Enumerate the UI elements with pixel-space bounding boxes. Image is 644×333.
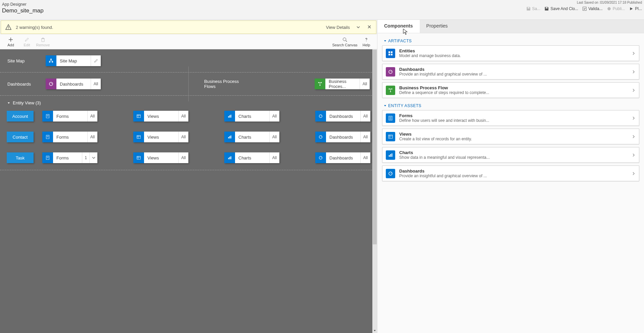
right-pane: Components Properties ARTIFACTS Entities…: [377, 20, 644, 333]
contact-charts-tile[interactable]: Charts All: [224, 132, 279, 142]
svg-rect-30: [229, 136, 230, 138]
bpf-count[interactable]: All: [360, 79, 370, 89]
svg-rect-46: [391, 54, 393, 55]
dashboards-bpf-section: Dashboards Dashboards All Business Proce…: [0, 73, 377, 96]
warning-text: 2 warning(s) found.: [16, 25, 322, 30]
component-bpf[interactable]: Business Process Flow Define a sequence …: [382, 82, 639, 98]
tab-properties[interactable]: Properties: [420, 20, 644, 33]
dashboards-count[interactable]: All: [91, 79, 101, 89]
validate-button[interactable]: Valida...: [582, 6, 602, 11]
svg-rect-7: [49, 61, 50, 62]
app-title: App Designer: [2, 2, 44, 7]
entity-chip-account[interactable]: Account: [7, 111, 34, 122]
bpf-icon: [315, 79, 325, 89]
caret-down-icon: [383, 104, 387, 107]
charts-icon: [386, 150, 395, 160]
sitemap-tile[interactable]: Site Map: [46, 55, 101, 66]
scrollbar-thumb[interactable]: [373, 50, 377, 244]
bpf-tile[interactable]: Business Proces... All: [315, 79, 370, 89]
svg-rect-8: [52, 61, 53, 62]
bpf-icon: [386, 86, 395, 95]
validate-icon: [582, 6, 587, 11]
dashboard-icon: [46, 79, 56, 89]
component-charts[interactable]: Charts Show data in a meaningful and vis…: [382, 147, 639, 163]
task-charts-tile[interactable]: Charts All: [224, 152, 279, 163]
charts-icon: [224, 111, 235, 122]
search-canvas-button[interactable]: Search Canvas: [331, 37, 358, 47]
task-forms-dropdown[interactable]: [89, 152, 97, 163]
chevron-right-icon: [632, 88, 636, 92]
account-charts-tile[interactable]: Charts All: [224, 111, 279, 122]
chevron-right-icon: [632, 116, 636, 120]
entity-row-account: Account Forms All Views All: [7, 111, 370, 122]
scrollbar-vertical[interactable]: [372, 49, 377, 333]
svg-rect-31: [231, 136, 231, 139]
views-icon: [133, 132, 144, 142]
account-views-tile[interactable]: Views All: [133, 111, 188, 122]
svg-rect-20: [229, 115, 230, 117]
tab-components[interactable]: Components: [377, 20, 420, 33]
svg-rect-39: [228, 158, 229, 159]
svg-rect-45: [388, 54, 390, 55]
views-icon: [386, 132, 395, 141]
entity-chip-task[interactable]: Task: [7, 152, 34, 163]
component-dashboards-asset[interactable]: Dashboards Provide an insightful and gra…: [382, 165, 639, 181]
search-icon: [342, 37, 348, 42]
view-details-link[interactable]: View Details: [326, 25, 350, 30]
pencil-icon: [24, 37, 30, 42]
svg-line-4: [346, 41, 347, 42]
account-forms-tile[interactable]: Forms All: [42, 111, 97, 122]
chevron-right-icon: [632, 51, 636, 55]
entity-chip-contact[interactable]: Contact: [7, 132, 34, 142]
group-artifacts[interactable]: ARTIFACTS: [382, 36, 639, 45]
bpf-label: Business Process Flows: [204, 79, 248, 89]
task-views-tile[interactable]: Views All: [133, 152, 188, 163]
dashboard-icon: [315, 152, 326, 163]
svg-point-3: [343, 38, 346, 41]
contact-dashboards-tile[interactable]: Dashboards All: [315, 132, 370, 142]
last-saved-label: Last Saved on :01/09/2021 17:18 Publishe…: [577, 1, 642, 4]
svg-rect-29: [228, 137, 229, 138]
app-name: Demo_site_map: [2, 7, 44, 14]
forms-icon: [42, 132, 53, 142]
component-views[interactable]: Views Create a list view of records for …: [382, 129, 639, 144]
publish-button[interactable]: Publi...: [607, 6, 625, 11]
close-icon[interactable]: [367, 25, 372, 30]
canvas: Site Map Site Map Dashboards Dashboards: [0, 49, 377, 333]
dashboard-icon: [386, 67, 395, 77]
component-dashboards[interactable]: Dashboards Provide an insightful and gra…: [382, 64, 639, 80]
dashboards-tile[interactable]: Dashboards All: [46, 79, 101, 89]
task-forms-count[interactable]: 1: [82, 152, 89, 163]
play-button[interactable]: Pl...: [629, 6, 642, 11]
component-forms[interactable]: Forms Define how users will see and inte…: [382, 110, 639, 126]
task-forms-tile[interactable]: Forms 1: [42, 152, 97, 163]
entity-row-task: Task Forms 1 Views All: [7, 152, 370, 163]
contact-forms-tile[interactable]: Forms All: [42, 132, 97, 142]
add-button[interactable]: Add: [3, 37, 19, 47]
caret-down-icon: [7, 101, 11, 105]
contact-views-tile[interactable]: Views All: [133, 132, 188, 142]
account-dashboards-tile[interactable]: Dashboards All: [315, 111, 370, 122]
chevron-right-icon: [632, 172, 636, 176]
publish-icon: [607, 6, 611, 11]
scroll-down-icon[interactable]: [372, 328, 377, 333]
task-dashboards-tile[interactable]: Dashboards All: [315, 152, 370, 163]
group-entity-assets[interactable]: ENTITY ASSETS: [382, 101, 639, 110]
component-entities[interactable]: Entities Model and manage business data.: [382, 45, 639, 61]
charts-icon: [224, 152, 235, 163]
svg-rect-58: [389, 155, 390, 157]
save-close-icon: [544, 6, 549, 11]
sitemap-edit-icon[interactable]: [91, 55, 101, 66]
svg-rect-16: [137, 115, 141, 118]
chevron-right-icon: [632, 153, 636, 157]
help-button[interactable]: Help: [358, 37, 374, 47]
save-button[interactable]: Sa...: [526, 6, 541, 11]
header: App Designer Demo_site_map Last Saved on…: [0, 0, 644, 19]
chevron-right-icon: [632, 135, 636, 139]
sitemap-label: Site Map: [7, 58, 38, 63]
chevron-down-icon[interactable]: [356, 25, 361, 30]
save-and-close-button[interactable]: Save And Clo...: [544, 6, 578, 11]
warning-icon: [5, 24, 12, 31]
entities-icon: [386, 49, 395, 58]
svg-point-5: [366, 41, 367, 41]
